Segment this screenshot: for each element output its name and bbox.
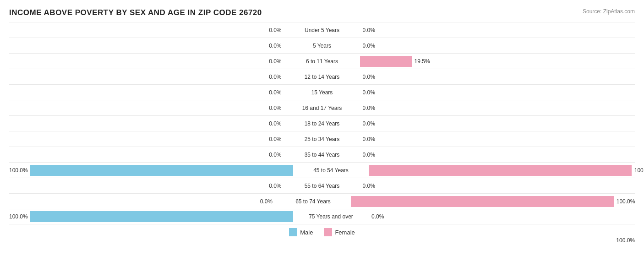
legend-female: Female bbox=[324, 228, 355, 236]
female-value: 0.0% bbox=[363, 43, 379, 49]
male-bar-container: 100.0% bbox=[9, 211, 293, 222]
age-label: 6 to 11 Years bbox=[284, 58, 360, 65]
right-section: 19.5% bbox=[360, 54, 635, 69]
age-label: 65 to 74 Years bbox=[275, 198, 351, 205]
bar-row: 0.0% 25 to 34 Years 0.0% bbox=[9, 131, 635, 147]
male-bar-container: 0.0% bbox=[9, 103, 284, 114]
age-label: 5 Years bbox=[284, 43, 360, 49]
chart-container: INCOME ABOVE POVERTY BY SEX AND AGE IN Z… bbox=[0, 0, 644, 253]
female-bar-container: 0.0% bbox=[369, 211, 635, 222]
right-section: 0.0% bbox=[360, 69, 635, 84]
right-section: 0.0% bbox=[369, 209, 635, 224]
bar-row: 100.0% 45 to 54 Years 100.0% bbox=[9, 162, 635, 178]
female-value: 0.0% bbox=[363, 27, 379, 33]
female-value: 0.0% bbox=[363, 120, 379, 127]
age-label: 35 to 44 Years bbox=[284, 152, 360, 158]
female-value: 100.0% bbox=[634, 167, 644, 174]
age-label: 18 to 24 Years bbox=[284, 120, 360, 127]
male-value: 0.0% bbox=[265, 120, 282, 127]
left-section: 0.0% bbox=[9, 38, 284, 53]
male-bar-container: 0.0% bbox=[9, 196, 275, 207]
male-legend-label: Male bbox=[300, 229, 313, 236]
left-section: 0.0% bbox=[9, 194, 275, 209]
bar-row: 0.0% 35 to 44 Years 0.0% bbox=[9, 147, 635, 162]
female-bar-container: 0.0% bbox=[360, 118, 635, 129]
female-bar-container: 0.0% bbox=[360, 149, 635, 160]
female-bar-container: 0.0% bbox=[360, 25, 635, 36]
female-bar bbox=[360, 56, 412, 67]
bar-row: 100.0% 75 Years and over 0.0% bbox=[9, 209, 635, 224]
male-value: 0.0% bbox=[265, 136, 282, 142]
female-bar-container: 100.0% bbox=[351, 196, 635, 207]
male-value: 0.0% bbox=[265, 74, 282, 80]
bar-row: 0.0% 12 to 14 Years 0.0% bbox=[9, 69, 635, 84]
age-label: 45 to 54 Years bbox=[293, 167, 369, 174]
right-section: 0.0% bbox=[360, 22, 635, 38]
male-value: 0.0% bbox=[265, 183, 282, 189]
female-value: 0.0% bbox=[371, 213, 388, 220]
female-value: 0.0% bbox=[363, 136, 379, 142]
left-section: 100.0% bbox=[9, 209, 293, 224]
bar-row: 0.0% 5 Years 0.0% bbox=[9, 38, 635, 53]
left-section: 0.0% bbox=[9, 116, 284, 131]
left-section: 0.0% bbox=[9, 147, 284, 162]
female-value: 0.0% bbox=[363, 183, 379, 189]
chart-title: INCOME ABOVE POVERTY BY SEX AND AGE IN Z… bbox=[9, 8, 635, 17]
male-bar-container: 0.0% bbox=[9, 25, 284, 36]
right-section: 100.0% bbox=[351, 194, 635, 209]
age-label: 25 to 34 Years bbox=[284, 136, 360, 142]
left-section: 0.0% bbox=[9, 69, 284, 84]
footer-note: 100.0% bbox=[9, 237, 635, 244]
male-bar-container: 0.0% bbox=[9, 118, 284, 129]
female-value: 0.0% bbox=[363, 105, 379, 111]
male-bar-container: 0.0% bbox=[9, 40, 284, 51]
male-value: 0.0% bbox=[265, 27, 282, 33]
right-section: 0.0% bbox=[360, 147, 635, 162]
male-bar-container: 0.0% bbox=[9, 180, 284, 191]
male-value: 100.0% bbox=[9, 167, 27, 174]
male-value: 0.0% bbox=[265, 89, 282, 96]
age-label: 12 to 14 Years bbox=[284, 74, 360, 80]
female-bar-container: 0.0% bbox=[360, 180, 635, 191]
male-bar bbox=[30, 165, 293, 176]
male-value: 0.0% bbox=[265, 105, 282, 111]
right-section: 0.0% bbox=[360, 178, 635, 193]
right-section: 0.0% bbox=[360, 85, 635, 100]
female-bar-container: 19.5% bbox=[360, 56, 635, 67]
female-bar-container: 0.0% bbox=[360, 40, 635, 51]
bar-row: 0.0% 16 and 17 Years 0.0% bbox=[9, 100, 635, 115]
left-section: 0.0% bbox=[9, 100, 284, 115]
bar-row: 0.0% Under 5 Years 0.0% bbox=[9, 22, 635, 38]
right-section: 0.0% bbox=[360, 116, 635, 131]
bar-row: 0.0% 65 to 74 Years 100.0% bbox=[9, 193, 635, 209]
female-legend-label: Female bbox=[335, 229, 355, 236]
right-section: 0.0% bbox=[360, 131, 635, 147]
male-bar-container: 0.0% bbox=[9, 56, 284, 67]
legend-male: Male bbox=[289, 228, 313, 236]
female-legend-box bbox=[324, 228, 332, 236]
legend: Male Female bbox=[9, 228, 635, 236]
female-bar-container: 0.0% bbox=[360, 103, 635, 114]
bar-row: 0.0% 6 to 11 Years 19.5% bbox=[9, 53, 635, 69]
bar-row: 0.0% 18 to 24 Years 0.0% bbox=[9, 115, 635, 131]
source-text: Source: ZipAtlas.com bbox=[583, 8, 635, 15]
female-bar-container: 0.0% bbox=[360, 71, 635, 82]
male-value: 0.0% bbox=[265, 152, 282, 158]
bar-row: 0.0% 15 Years 0.0% bbox=[9, 84, 635, 100]
male-value: 0.0% bbox=[265, 43, 282, 49]
bar-row: 0.0% 55 to 64 Years 0.0% bbox=[9, 178, 635, 193]
female-bar bbox=[351, 196, 614, 207]
female-bar-container: 100.0% bbox=[369, 165, 644, 176]
male-bar-container: 0.0% bbox=[9, 134, 284, 145]
female-value: 0.0% bbox=[363, 152, 379, 158]
male-value: 100.0% bbox=[9, 213, 27, 220]
age-label: Under 5 Years bbox=[284, 27, 360, 33]
male-bar bbox=[30, 211, 293, 222]
female-value: 100.0% bbox=[617, 198, 635, 205]
age-label: 16 and 17 Years bbox=[284, 105, 360, 111]
age-label: 55 to 64 Years bbox=[284, 183, 360, 189]
female-value: 0.0% bbox=[363, 89, 379, 96]
female-bar bbox=[369, 165, 632, 176]
left-section: 0.0% bbox=[9, 22, 284, 38]
age-label: 75 Years and over bbox=[293, 213, 369, 220]
